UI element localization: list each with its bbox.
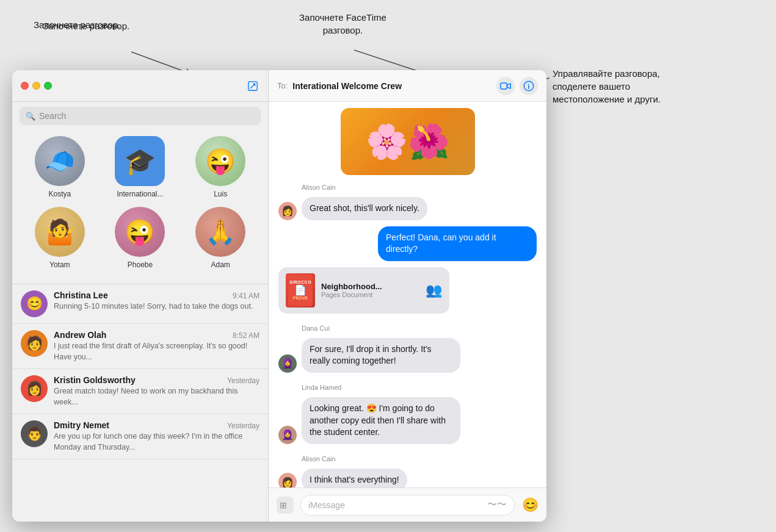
- bubble-alison-2: I think that's everything!: [302, 469, 407, 487]
- bubble-linda: Looking great. 😍 I'm going to do another…: [302, 397, 460, 444]
- avatar-dana: 🧕: [278, 354, 297, 373]
- conv-info-dmitry: Dmitry Nemet Yesterday Are you up for lu…: [54, 420, 259, 453]
- doc-type: Pages Document: [321, 291, 419, 298]
- doc-name: Neighborhood...: [321, 282, 419, 291]
- minimize-button[interactable]: [32, 82, 40, 90]
- chat-recipient: Interational Welcome Crew: [292, 81, 491, 91]
- contact-adam[interactable]: 🙏 Adam: [184, 207, 257, 269]
- avatar-international: 🎓: [115, 136, 165, 186]
- shared-doc: SIROCCO 📄 PROVE Neighborhood... Pages Do…: [278, 267, 449, 314]
- avatar-alison-2: 👩: [278, 473, 297, 487]
- conv-name-christina: Christina Lee: [54, 290, 108, 300]
- annotation-start-conversation-text: Започнете разговор.: [43, 20, 129, 32]
- conv-kristin[interactable]: 👩 Kristin Goldsworthy Yesterday Great ma…: [12, 369, 268, 414]
- conversation-info-button[interactable]: [520, 77, 538, 95]
- avatar-adam: 🙏: [195, 207, 245, 257]
- search-bar[interactable]: 🔍 Search: [20, 107, 261, 125]
- audio-waveform-icon: 〜〜: [487, 498, 507, 511]
- msg-dana: 🧕 For sure, I'll drop it in shortly. It'…: [278, 338, 537, 373]
- traffic-lights: [21, 82, 52, 90]
- contact-kostya[interactable]: 🧢 Kostya: [23, 136, 96, 198]
- avatar-andrew: 🧑: [21, 330, 48, 357]
- msg-alison-2: 👩 I think that's everything!: [278, 469, 537, 487]
- conv-time-dmitry: Yesterday: [227, 422, 259, 430]
- msg-linda: 🧕 Looking great. 😍 I'm going to do anoth…: [278, 397, 537, 444]
- sidebar-titlebar: [12, 70, 268, 102]
- conv-name-kristin: Kristin Goldsworthy: [54, 375, 136, 385]
- conv-info-andrew: Andrew Olah 8:52 AM I just read the firs…: [54, 330, 259, 362]
- to-label: To:: [277, 81, 288, 90]
- svg-point-7: [528, 83, 529, 84]
- emoji-button[interactable]: 😊: [520, 495, 540, 516]
- chat-header: To: Interational Welcome Crew: [269, 70, 546, 102]
- message-input[interactable]: iMessage 〜〜: [300, 495, 515, 516]
- close-button[interactable]: [21, 82, 29, 90]
- search-placeholder: Search: [39, 111, 66, 121]
- people-icon: 👥: [426, 282, 442, 298]
- contact-yotam[interactable]: 🤷 Yotam: [23, 207, 96, 269]
- compose-button[interactable]: [246, 79, 259, 93]
- conv-name-dmitry: Dmitry Nemet: [54, 420, 109, 430]
- flower-photo: 🌸🌺: [341, 108, 475, 175]
- avatar-kristin: 👩: [21, 375, 48, 402]
- pinned-contacts: 🧢 Kostya 🎓 International... 😜 Luis 🤷 Yot…: [12, 130, 268, 284]
- bubble-sent-1: Perfect! Dana, can you add it directly?: [378, 226, 537, 261]
- alison-sender-name-1: Alison Cain: [278, 181, 537, 192]
- input-placeholder: iMessage: [308, 500, 345, 510]
- bubble-alison-1: Great shot, this'll work nicely.: [302, 197, 427, 220]
- contact-luis-label: Luis: [214, 190, 227, 198]
- conv-preview-kristin: Great match today! Need to work on my ba…: [54, 386, 259, 408]
- conv-dmitry[interactable]: 👨 Dmitry Nemet Yesterday Are you up for …: [12, 414, 268, 459]
- msg-sent-1: Perfect! Dana, can you add it directly?: [278, 226, 537, 261]
- avatar-luis: 😜: [195, 136, 245, 186]
- chat-input-bar: ⊞ iMessage 〜〜 😊: [269, 487, 546, 522]
- contact-phoebe-label: Phoebe: [128, 261, 153, 269]
- sender-label-dana: Dana Cui: [302, 325, 330, 332]
- facetime-video-button[interactable]: [496, 77, 515, 95]
- contact-phoebe[interactable]: 😜 Phoebe: [103, 207, 176, 269]
- sidebar: 🔍 Search 🧢 Kostya 🎓 International... 😜 L…: [12, 70, 269, 522]
- bubble-dana: For sure, I'll drop it in shortly. It's …: [302, 338, 460, 373]
- conv-andrew-olah[interactable]: 🧑 Andrew Olah 8:52 AM I just read the fi…: [12, 324, 268, 369]
- avatar-christina: 😊: [21, 290, 48, 317]
- avatar-yotam: 🤷: [35, 207, 85, 257]
- annotation-manage: Управлявайте разговора,споделете вашетом…: [553, 67, 760, 106]
- conv-christina-lee[interactable]: 😊 Christina Lee 9:41 AM Running 5-10 min…: [12, 284, 268, 324]
- conv-info-christina: Christina Lee 9:41 AM Running 5-10 minut…: [54, 290, 259, 312]
- conv-time-kristin: Yesterday: [227, 376, 259, 385]
- sender-label-alison-1: Alison Cain: [302, 184, 336, 191]
- contact-luis[interactable]: 😜 Luis: [184, 136, 257, 198]
- maximize-button[interactable]: [44, 82, 52, 90]
- chat-area: To: Interational Welcome Crew 🌸🌺: [269, 70, 546, 522]
- avatar-kostya: 🧢: [35, 136, 85, 186]
- conv-preview-dmitry: Are you up for lunch one day this week? …: [54, 431, 259, 453]
- alison-sender-name-2: Alison Cain: [278, 453, 537, 464]
- conv-preview-christina: Running 5-10 minutes late! Sorry, had to…: [54, 301, 259, 312]
- contact-kostya-label: Kostya: [48, 190, 71, 198]
- app-window: 🔍 Search 🧢 Kostya 🎓 International... 😜 L…: [12, 70, 546, 522]
- doc-info: Neighborhood... Pages Document: [321, 282, 419, 298]
- doc-thumbnail: SIROCCO 📄 PROVE: [286, 273, 315, 307]
- conv-info-kristin: Kristin Goldsworthy Yesterday Great matc…: [54, 375, 259, 408]
- linda-sender-name: Linda Hamed: [278, 381, 537, 392]
- search-icon: 🔍: [26, 112, 35, 121]
- contact-international-label: International...: [117, 190, 163, 198]
- photo-message: 🌸🌺: [278, 108, 537, 175]
- conv-time-christina: 9:41 AM: [233, 292, 259, 300]
- msg-alison-1: 👩 Great shot, this'll work nicely.: [278, 197, 537, 220]
- svg-rect-4: [501, 83, 507, 89]
- dana-sender-name: Dana Cui: [278, 322, 537, 333]
- conv-preview-andrew: I just read the first draft of Aliya's s…: [54, 341, 259, 362]
- avatar-dmitry: 👨: [21, 420, 48, 447]
- contact-international[interactable]: 🎓 International...: [103, 136, 176, 198]
- avatar-phoebe: 😜: [115, 207, 165, 257]
- conv-time-andrew: 8:52 AM: [233, 331, 259, 340]
- sender-label-alison-2: Alison Cain: [302, 455, 336, 462]
- avatar-linda: 🧕: [278, 426, 297, 444]
- annotation-facetime: Започнете FaceTimeразговор.: [299, 11, 386, 37]
- sender-label-linda: Linda Hamed: [302, 384, 341, 391]
- chat-messages: 🌸🌺 Alison Cain 👩 Great shot, this'll wor…: [269, 102, 546, 487]
- app-store-button[interactable]: ⊞: [275, 495, 296, 516]
- conversation-list: 😊 Christina Lee 9:41 AM Running 5-10 min…: [12, 284, 268, 522]
- svg-text:⊞: ⊞: [280, 500, 287, 510]
